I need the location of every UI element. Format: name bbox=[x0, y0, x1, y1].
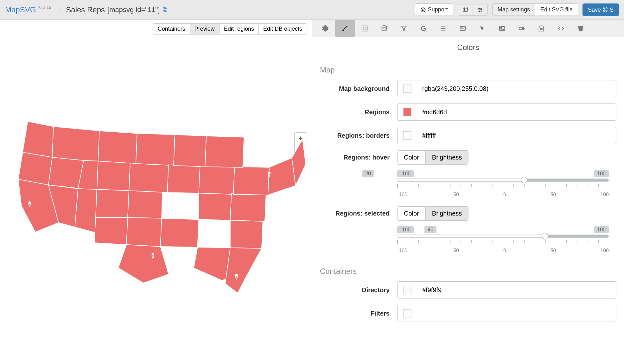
tab-edit-regions[interactable]: Edit regions bbox=[220, 23, 259, 35]
region-ks[interactable] bbox=[128, 191, 162, 218]
region-ar-la[interactable] bbox=[160, 218, 199, 247]
svg-line-4 bbox=[422, 8, 423, 9]
region-co[interactable] bbox=[96, 189, 129, 217]
region-wi-mi[interactable] bbox=[174, 135, 206, 166]
svg-rect-0 bbox=[164, 9, 167, 11]
tab-containers[interactable]: Containers bbox=[153, 23, 190, 35]
slider-selected-track[interactable] bbox=[397, 235, 609, 238]
tab-edit-db[interactable]: Edit DB objects bbox=[259, 23, 307, 35]
row-regions-selected: Regions: selected Color Brightness bbox=[312, 203, 624, 224]
slider-hover-max-badge: 100 bbox=[594, 170, 609, 177]
region-az[interactable] bbox=[75, 189, 97, 233]
region-nm[interactable] bbox=[94, 218, 128, 245]
tool-image-icon[interactable] bbox=[492, 20, 512, 37]
region-mi[interactable] bbox=[205, 136, 244, 167]
save-button[interactable]: Save ⌘ S bbox=[583, 3, 619, 16]
map-view-button[interactable] bbox=[458, 4, 473, 16]
lifebuoy-icon bbox=[420, 7, 426, 13]
region-wy[interactable] bbox=[97, 161, 130, 191]
region-tx[interactable] bbox=[118, 245, 169, 283]
region-ne[interactable] bbox=[129, 163, 169, 192]
top-right-actions: Support Map settings Edit SVG file Save … bbox=[415, 3, 619, 16]
support-button[interactable]: Support bbox=[415, 3, 453, 16]
swatch-directory[interactable] bbox=[398, 282, 417, 298]
label-filters: Filters bbox=[320, 310, 390, 317]
row-regions: Regions bbox=[312, 100, 624, 124]
swatch-regions-borders[interactable] bbox=[398, 127, 417, 144]
toggle-selected-brightness[interactable]: Brightness bbox=[425, 207, 468, 220]
svg-line-6 bbox=[422, 10, 423, 11]
region-mt[interactable] bbox=[52, 127, 99, 161]
slider-hover-track[interactable] bbox=[397, 179, 609, 182]
region-il-mo[interactable] bbox=[167, 165, 200, 193]
tool-gear-icon[interactable] bbox=[315, 20, 335, 37]
edit-svg-button[interactable]: Edit SVG file bbox=[535, 3, 578, 16]
toggle-hover-brightness[interactable]: Brightness bbox=[425, 151, 468, 164]
map-canvas[interactable] bbox=[5, 39, 307, 359]
region-wa[interactable] bbox=[23, 122, 54, 157]
tool-cursor-icon[interactable] bbox=[473, 20, 492, 37]
region-ny-nj[interactable] bbox=[268, 158, 296, 195]
view-mode-group bbox=[458, 4, 488, 16]
label-map-background: Map background bbox=[320, 85, 390, 92]
slider-hover-ticks bbox=[397, 184, 609, 188]
brand-name[interactable]: MapSVG bbox=[5, 5, 36, 14]
tab-preview[interactable]: Preview bbox=[190, 23, 220, 35]
svg-rect-22 bbox=[363, 27, 366, 30]
label-regions-borders: Regions: borders bbox=[320, 132, 390, 139]
label-regions: Regions bbox=[320, 109, 390, 116]
svg-marker-8 bbox=[463, 8, 468, 12]
map-icon bbox=[462, 7, 468, 13]
tool-brush-icon[interactable] bbox=[335, 20, 355, 37]
sliders-view-button[interactable] bbox=[473, 4, 488, 16]
region-va-nc[interactable] bbox=[230, 194, 266, 221]
swatch-regions[interactable] bbox=[398, 104, 417, 120]
row-regions-hover: Regions: hover Color Brightness bbox=[312, 147, 624, 168]
toggle-hover-color[interactable]: Color bbox=[398, 151, 425, 164]
region-fl[interactable] bbox=[225, 248, 262, 293]
tool-template-icon[interactable] bbox=[532, 20, 551, 37]
slider-hover-min-badge: -100 bbox=[397, 170, 414, 177]
settings-pane: Colors Map Map background Regions bbox=[312, 20, 624, 364]
region-nd-sd[interactable] bbox=[98, 131, 137, 164]
tool-filter-icon[interactable] bbox=[394, 20, 414, 37]
slider-hover-thumb[interactable] bbox=[521, 177, 527, 183]
tool-code-icon[interactable] bbox=[551, 20, 571, 37]
region-in-oh[interactable] bbox=[199, 166, 235, 194]
tool-database-icon[interactable] bbox=[374, 20, 394, 37]
label-directory: Directory bbox=[320, 286, 390, 294]
svg-point-16 bbox=[479, 11, 480, 12]
slider-selected-max-badge: 100 bbox=[594, 226, 609, 233]
row-map-background: Map background bbox=[312, 77, 624, 100]
field-map-background[interactable] bbox=[417, 80, 616, 97]
region-mn-ia[interactable] bbox=[136, 134, 175, 166]
region-id[interactable] bbox=[48, 157, 84, 189]
tool-list-icon[interactable] bbox=[433, 20, 453, 37]
map-settings-button[interactable]: Map settings bbox=[492, 3, 535, 16]
region-ky-tn[interactable] bbox=[199, 193, 232, 220]
svg-point-18 bbox=[268, 172, 271, 174]
field-regions-borders[interactable] bbox=[417, 127, 616, 144]
shortcode-text: [mapsvg id="11"] bbox=[107, 6, 160, 14]
us-map-svg[interactable] bbox=[5, 39, 307, 359]
field-directory[interactable] bbox=[417, 282, 616, 298]
region-pa-wv[interactable] bbox=[233, 167, 269, 195]
field-regions[interactable] bbox=[417, 104, 616, 120]
tool-regions-icon[interactable] bbox=[355, 20, 374, 37]
tool-toggle-icon[interactable] bbox=[512, 20, 532, 37]
region-ok[interactable] bbox=[126, 218, 162, 247]
slider-hover: -100 20 100 -100 -50 0 50 bbox=[390, 168, 616, 203]
swatch-map-background[interactable] bbox=[398, 80, 417, 97]
slider-selected-thumb[interactable] bbox=[542, 233, 548, 239]
tool-css-icon[interactable] bbox=[571, 20, 590, 37]
region-ga-sc[interactable] bbox=[230, 220, 263, 248]
field-filters[interactable] bbox=[417, 305, 616, 322]
toggle-selected-color[interactable]: Color bbox=[398, 207, 425, 220]
toggle-selected: Color Brightness bbox=[397, 206, 468, 221]
copy-icon[interactable] bbox=[162, 5, 168, 14]
tool-google-icon[interactable] bbox=[414, 20, 433, 37]
swatch-filters[interactable] bbox=[398, 305, 417, 322]
sliders-icon bbox=[477, 7, 483, 13]
input-filters bbox=[397, 305, 616, 322]
tool-details-icon[interactable] bbox=[453, 20, 473, 37]
